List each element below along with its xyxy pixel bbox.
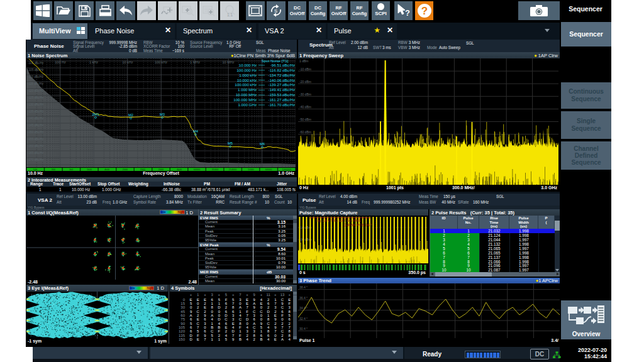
svg-text:10 MHz: 10 MHz [223, 60, 235, 64]
svg-text:34.4 °: 34.4 ° [299, 306, 308, 310]
svg-text:4k00: 4k00 [104, 168, 109, 171]
svg-text:300: 300 [52, 168, 55, 171]
svg-text:Spot Noise [T1]: Spot Noise [T1] [262, 58, 289, 63]
svg-text:M2: M2 [128, 113, 133, 117]
svg-text:2000: 2000 [123, 168, 128, 171]
svg-text:-149.41 dBc/Hz: -149.41 dBc/Hz [268, 87, 295, 92]
svg-text:S: S [274, 8, 277, 14]
svg-text:-30 dBm: -30 dBm [299, 92, 311, 96]
svg-text:5/000: 5/000 [248, 168, 254, 171]
svg-text:100.000 Hz: 100.000 Hz [236, 68, 257, 72]
svg-text:-159.53 dBc/Hz: -159.53 dBc/Hz [268, 92, 295, 97]
svg-text:100 Hz: 100 Hz [55, 60, 66, 64]
svg-text:7000: 7000 [140, 168, 145, 171]
svg-text:32.4 °: 32.4 ° [299, 317, 308, 321]
svg-text:10 kHz: 10 kHz [122, 60, 133, 64]
svg-text:2M1: 2M1 [92, 112, 99, 116]
svg-text:-60 dBm: -60 dBm [299, 130, 311, 134]
svg-text:-161.27 dBc/Hz: -161.27 dBc/Hz [268, 97, 295, 102]
svg-text:1k00: 1k00 [87, 168, 92, 171]
svg-text:64000: 64000 [194, 168, 201, 171]
svg-text:-155 dBc/Hz: -155 dBc/Hz [28, 138, 44, 141]
svg-text:Trg 1.8 V TRG EXT Det RMS: Trg 1.8 V TRG EXT Det RMS [316, 219, 361, 222]
svg-text:-100 dBc/Hz: -100 dBc/Hz [28, 62, 44, 65]
svg-text:1.000 MHz: 1.000 MHz [238, 87, 257, 92]
svg-text:-170 dBc/Hz: -170 dBc/Hz [28, 158, 44, 162]
svg-text:1k0: 1k0 [69, 168, 73, 171]
svg-text:100.000 MHz: 100.000 MHz [233, 97, 257, 102]
svg-text:-160 dBc/Hz: -160 dBc/Hz [28, 145, 44, 148]
svg-text:64000: 64000 [265, 168, 272, 171]
svg-text:-30 dBm: -30 dBm [299, 238, 311, 241]
svg-text:?: ? [405, 8, 410, 18]
svg-text:1000000: 1000000 [282, 168, 292, 171]
svg-text:1 MHz: 1 MHz [190, 60, 200, 64]
svg-text:100 kHz: 100 kHz [155, 60, 167, 64]
svg-text:M3: M3 [160, 112, 165, 116]
svg-text:-130 dBc/Hz: -130 dBc/Hz [28, 103, 44, 106]
svg-text:1.000 kHz: 1.000 kHz [239, 73, 257, 77]
svg-text:1.000 GHz: 1.000 GHz [238, 102, 257, 107]
svg-text:1 kHz: 1 kHz [89, 60, 98, 64]
svg-text:-115 dBc/Hz: -115 dBc/Hz [28, 82, 44, 85]
svg-text:-134.72 dBc/Hz: -134.72 dBc/Hz [268, 73, 295, 77]
svg-text:-145 dBc/Hz: -145 dBc/Hz [28, 124, 44, 127]
svg-text:36.4 °: 36.4 ° [299, 296, 308, 300]
svg-text:-96.51 dBc/Hz: -96.51 dBc/Hz [270, 63, 295, 67]
svg-text:214000: 214000 [229, 168, 237, 171]
svg-text:-125 dBc/Hz: -125 dBc/Hz [28, 96, 44, 99]
svg-text:-10 dBm: -10 dBm [299, 226, 311, 229]
svg-text:1 dBm: 1 dBm [299, 59, 308, 63]
svg-text:CLRWR POS DET: CLRWR POS DET [343, 223, 372, 227]
svg-text:-20 dBm: -20 dBm [299, 80, 311, 84]
svg-text:-140.06 dBc/Hz: -140.06 dBc/Hz [268, 78, 295, 82]
svg-text:-40 dBm: -40 dBm [299, 105, 311, 109]
svg-text:10.000 MHz: 10.000 MHz [236, 92, 257, 97]
svg-text:?: ? [421, 5, 427, 17]
svg-text:4k00: 4k00 [177, 168, 182, 171]
svg-text:-139.27 dBc/Hz: -139.27 dBc/Hz [268, 82, 295, 87]
svg-text:100: 100 [33, 168, 37, 171]
svg-text:-140 dBc/Hz: -140 dBc/Hz [28, 117, 44, 120]
svg-text:10.000 Hz: 10.000 Hz [239, 63, 257, 67]
svg-text:-116.82 dBc/Hz: -116.82 dBc/Hz [269, 68, 295, 72]
svg-text:-161.70 dBc/Hz: -161.70 dBc/Hz [268, 102, 295, 107]
svg-text:-50 dBm: -50 dBm [299, 118, 311, 121]
svg-text:-150 dBc/Hz: -150 dBc/Hz [28, 131, 44, 134]
svg-text:-10 dBm: -10 dBm [299, 67, 311, 71]
svg-text:M5: M5 [228, 141, 233, 145]
svg-text:M6: M6 [260, 142, 265, 146]
svg-text:1:1: 1:1 [227, 13, 233, 17]
svg-text:31000: 31000 [212, 168, 219, 171]
svg-text:100.000 kHz: 100.000 kHz [235, 82, 257, 87]
svg-text:2000: 2000 [158, 168, 164, 171]
svg-text:38.4 °: 38.4 ° [299, 285, 308, 289]
svg-text:-105 dBc/Hz: -105 dBc/Hz [28, 69, 44, 72]
svg-text:-135 dBc/Hz: -135 dBc/Hz [28, 110, 44, 113]
svg-text:-165 dBc/Hz: -165 dBc/Hz [28, 151, 44, 155]
svg-text:30.4 °: 30.4 ° [299, 327, 308, 331]
svg-text:10.000 kHz: 10.000 kHz [237, 78, 257, 82]
svg-text:-110 dBc/Hz: -110 dBc/Hz [28, 75, 44, 79]
svg-text:M4: M4 [193, 129, 199, 133]
svg-text:-120 dBc/Hz: -120 dBc/Hz [28, 89, 44, 92]
